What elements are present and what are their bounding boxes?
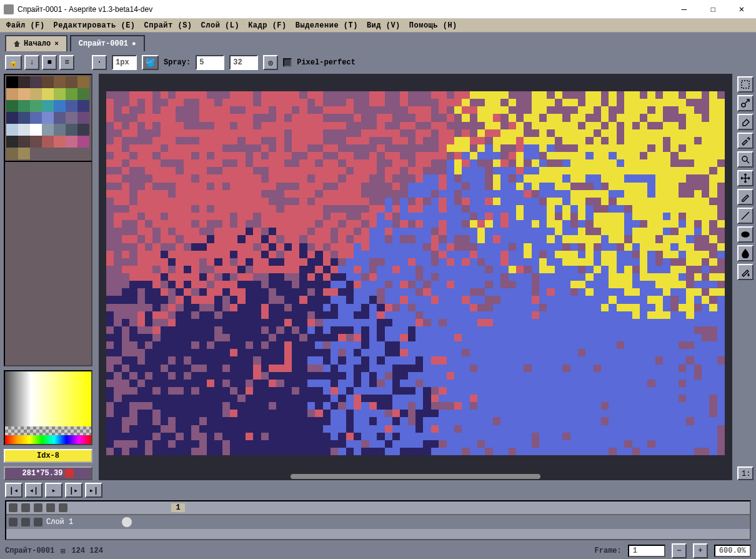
palette-swatch[interactable] — [54, 136, 66, 148]
palette-empty-area[interactable] — [4, 161, 92, 366]
menu-frame[interactable]: Кадр (F) — [248, 21, 287, 30]
palette-swatch[interactable] — [6, 112, 18, 124]
palette-swatch[interactable] — [54, 76, 66, 88]
color-picker[interactable] — [4, 370, 92, 445]
maximize-button[interactable]: ☐ — [699, 0, 727, 19]
move-tool[interactable] — [737, 170, 754, 186]
visibility-header-icon[interactable] — [9, 503, 17, 512]
palette-swatch[interactable] — [30, 112, 42, 124]
pixel-perfect-checkbox[interactable] — [283, 58, 292, 67]
palette-swatch[interactable] — [66, 124, 77, 136]
frame-number-field[interactable]: 1 — [628, 545, 665, 557]
palette-swatch[interactable] — [6, 148, 18, 159]
close-button[interactable]: ✕ — [727, 0, 756, 19]
timeline-body[interactable]: 1 Слой 1 — [5, 500, 751, 540]
palette-swatch[interactable] — [6, 76, 18, 88]
palette-swatch[interactable] — [77, 112, 89, 124]
minimize-button[interactable]: — — [670, 0, 699, 19]
brush-shape-button[interactable]: · — [92, 55, 107, 70]
layer-continuous-icon[interactable] — [34, 518, 42, 526]
last-frame-button[interactable]: ▸| — [85, 483, 102, 498]
palette-swatch[interactable] — [77, 100, 89, 112]
layer-lock-icon[interactable] — [21, 518, 30, 526]
palette-sort-button[interactable]: ↓ — [24, 55, 39, 70]
palette-swatch[interactable] — [18, 100, 30, 112]
pencil-tool[interactable] — [737, 189, 754, 205]
menu-help[interactable]: Помощь (H) — [409, 21, 457, 30]
fit-screen-button[interactable]: 1:1 — [737, 466, 754, 480]
palette-swatch[interactable] — [30, 88, 42, 100]
palette-menu-button[interactable]: ≡ — [59, 55, 74, 70]
menu-select[interactable]: Выделение (T) — [296, 21, 358, 30]
menu-layer[interactable]: Слой (L) — [201, 21, 240, 30]
palette-swatch[interactable] — [42, 76, 54, 88]
canvas-h-scrollbar[interactable] — [99, 473, 732, 480]
zoom-in-button[interactable]: + — [693, 543, 708, 558]
palette-swatch[interactable] — [18, 76, 30, 88]
palette-swatch[interactable] — [54, 100, 66, 112]
eraser-tool[interactable] — [737, 114, 754, 130]
eyedropper-tool[interactable] — [737, 133, 754, 149]
palette-lock-button[interactable]: 🔒 — [5, 55, 22, 70]
palette-swatch[interactable] — [42, 100, 54, 112]
timeline-layer-row[interactable]: Слой 1 — [6, 515, 750, 529]
palette-swatch[interactable] — [54, 124, 66, 136]
palette-swatch[interactable] — [18, 124, 30, 136]
menu-view[interactable]: Вид (V) — [367, 21, 400, 30]
continuous-header-icon[interactable] — [34, 503, 42, 512]
palette-swatch[interactable] — [77, 124, 89, 136]
tab-home-close[interactable]: × — [54, 40, 59, 48]
fg-color-button[interactable]: 281*75.39 — [4, 466, 92, 480]
zoom-field[interactable]: 600.0% — [714, 545, 751, 557]
layer-visible-icon[interactable] — [9, 518, 17, 526]
palette-swatch[interactable] — [30, 100, 42, 112]
prev-frame-button[interactable]: ◂| — [25, 483, 42, 498]
palette-swatch[interactable] — [66, 100, 77, 112]
menu-edit[interactable]: Редактировать (E) — [54, 21, 136, 30]
palette-swatch[interactable] — [30, 148, 42, 159]
palette-swatch[interactable] — [66, 112, 77, 124]
color-palette[interactable] — [4, 74, 92, 162]
canvas-viewport[interactable] — [99, 74, 732, 473]
palette-swatch[interactable] — [42, 136, 54, 148]
layer-name[interactable]: Слой 1 — [46, 518, 73, 526]
palette-swatch[interactable] — [42, 112, 54, 124]
marquee-tool[interactable] — [737, 76, 754, 93]
color-mode-button[interactable]: Idx-8 — [4, 449, 92, 463]
blur-tool[interactable] — [737, 245, 754, 261]
palette-swatch[interactable] — [66, 76, 77, 88]
palette-swatch[interactable] — [77, 76, 89, 88]
spray-speed-field[interactable]: 32 — [229, 55, 258, 70]
palette-swatch[interactable] — [18, 136, 30, 148]
palette-swatch[interactable] — [66, 88, 77, 100]
palette-presets-button[interactable]: ■ — [42, 55, 57, 70]
palette-swatch[interactable] — [18, 148, 30, 159]
first-frame-button[interactable]: |◂ — [5, 483, 22, 498]
palette-swatch[interactable] — [42, 148, 54, 159]
palette-swatch[interactable] — [6, 136, 18, 148]
palette-swatch[interactable] — [77, 136, 89, 148]
line-tool[interactable] — [737, 208, 754, 224]
play-button[interactable]: ▸ — [45, 483, 62, 498]
palette-swatch[interactable] — [18, 112, 30, 124]
palette-swatch[interactable] — [42, 88, 54, 100]
tab-sprite[interactable]: Спрайт-0001 ● — [70, 35, 145, 51]
palette-swatch[interactable] — [54, 112, 66, 124]
palette-swatch[interactable] — [66, 136, 77, 148]
palette-swatch[interactable] — [6, 124, 18, 136]
tab-home[interactable]: Начало × — [5, 35, 67, 51]
sprite-canvas[interactable] — [106, 91, 725, 455]
ink-type-button[interactable]: 🪣 — [142, 55, 159, 70]
palette-swatch[interactable] — [6, 88, 18, 100]
brush-size-field[interactable]: 1px — [112, 55, 137, 70]
dynamics-button[interactable]: ◎ — [263, 55, 278, 70]
cel-thumbnail[interactable] — [122, 517, 132, 527]
next-frame-button[interactable]: |▸ — [65, 483, 82, 498]
palette-swatch[interactable] — [6, 100, 18, 112]
lock-header-icon[interactable] — [21, 503, 30, 512]
palette-swatch[interactable] — [77, 88, 89, 100]
spray-tool[interactable] — [737, 95, 754, 111]
menu-sprite[interactable]: Спрайт (S) — [144, 21, 192, 30]
palette-swatch[interactable] — [54, 88, 66, 100]
frame-number-header[interactable]: 1 — [171, 503, 185, 512]
